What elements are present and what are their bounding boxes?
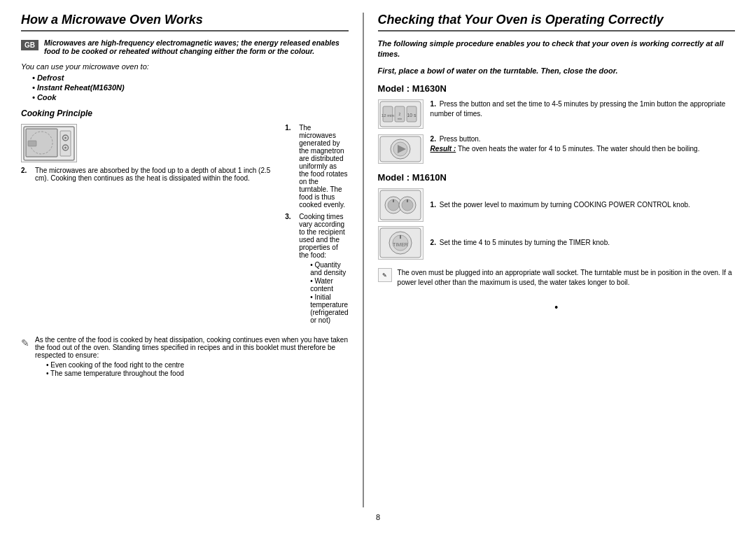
svg-text:12 min: 12 min xyxy=(382,113,394,118)
svg-rect-8 xyxy=(28,141,36,146)
two-column-layout: How a Microwave Oven Works GB Microwaves… xyxy=(21,13,735,507)
step-1-text: The microwaves generated by the magnetro… xyxy=(299,124,348,209)
right-section-title: Checking that Your Oven is Operating Cor… xyxy=(378,13,735,31)
svg-text:TIMER: TIMER xyxy=(393,242,408,247)
model-m1630n-title: Model : M1630N xyxy=(378,83,735,94)
subitem-1: Water content xyxy=(310,277,348,293)
note-subitem-1: The same temperature throughout the food xyxy=(46,370,349,377)
page-number: 8 xyxy=(21,513,735,521)
uses-title: You can use your microwave oven to: xyxy=(21,62,349,71)
m1610n-step2-image: TIMER xyxy=(378,226,424,260)
oven-image xyxy=(21,124,77,162)
step-3-inner: 3. Cooking times vary according to the r… xyxy=(285,213,348,325)
m1630n-step1-text: Press the button and set the time to 4-5… xyxy=(430,100,726,118)
step-2-text: The microwaves are absorbed by the food … xyxy=(35,167,278,182)
left-column: How a Microwave Oven Works GB Microwaves… xyxy=(21,13,364,507)
model-m1610n-title: Model : M1610N xyxy=(378,172,735,183)
m1610n-step1-text: Set the power level to maximum by turnin… xyxy=(440,201,690,209)
svg-point-7 xyxy=(64,146,66,148)
m1610n-step2-text: Set the time 4 to 5 minutes by turning t… xyxy=(440,239,610,246)
uses-item-defrost: Defrost xyxy=(32,73,349,82)
uses-item-reheat: Instant Reheat(M1630N) xyxy=(32,83,349,92)
svg-text:min: min xyxy=(398,117,402,120)
m1630n-step1-image: 12 min 2 min 10 s xyxy=(378,99,424,129)
note-text: As the centre of the food is cooked by h… xyxy=(35,336,348,359)
subitem-0: Quantity and density xyxy=(310,261,348,276)
step-3-text: Cooking times vary according to the reci… xyxy=(299,213,345,259)
m1630n-step1-content: 1. Press the button and set the time to … xyxy=(430,99,735,119)
m1610n-step1-image xyxy=(378,188,424,222)
step-2-row: 2. The microwaves are absorbed by the fo… xyxy=(21,167,278,182)
svg-point-5 xyxy=(64,136,66,139)
svg-text:10 s: 10 s xyxy=(407,113,416,118)
subitem-2: Initial temperature (refrigerated or not… xyxy=(310,293,348,324)
divider-dot: • xyxy=(378,302,735,313)
intro-text: Microwaves are high-frequency electromag… xyxy=(44,38,349,55)
model-m1610n-section: Model : M1610N xyxy=(378,172,735,260)
uses-list: Defrost Instant Reheat(M1630N) Cook xyxy=(21,73,349,101)
step-3-num: 3. xyxy=(285,213,295,325)
result-label: Result : xyxy=(430,145,456,153)
bottom-note-block: ✎ The oven must be plugged into an appro… xyxy=(378,268,735,288)
step-1-text-block: 1. The microwaves generated by the magne… xyxy=(285,124,348,325)
m1630n-step1-num: 1. xyxy=(430,100,436,108)
m1610n-step1-row: 1. Set the power level to maximum by tur… xyxy=(378,188,735,222)
note-subitem-0: Even cooking of the food right to the ce… xyxy=(46,361,349,369)
note-block: ✎ As the centre of the food is cooked by… xyxy=(21,336,349,378)
gb-badge: GB xyxy=(21,40,38,50)
bottom-note-text: The oven must be plugged into an appropr… xyxy=(398,268,735,288)
page: How a Microwave Oven Works GB Microwaves… xyxy=(0,0,756,534)
step-3-content: Cooking times vary according to the reci… xyxy=(299,213,348,325)
note-content: As the centre of the food is cooked by h… xyxy=(35,336,349,378)
m1610n-step1-content: 1. Set the power level to maximum by tur… xyxy=(430,200,735,210)
steps-with-image: 2. The microwaves are absorbed by the fo… xyxy=(21,124,349,330)
step-1-inner: 1. The microwaves generated by the magne… xyxy=(285,124,348,209)
start-button-svg xyxy=(379,136,421,162)
m1610n-step1-num: 1. xyxy=(430,201,436,209)
uses-item-cook: Cook xyxy=(32,93,349,101)
step-1-row: 2. The microwaves are absorbed by the fo… xyxy=(21,124,349,325)
m1630n-step2-row: 2. Press button. Result : The oven heats… xyxy=(378,134,735,164)
steps-list: 2. The microwaves are absorbed by the fo… xyxy=(21,124,349,325)
timer-buttons-svg: 12 min 2 min 10 s xyxy=(379,101,421,127)
step-1-num: 1. xyxy=(285,124,295,209)
left-section-title: How a Microwave Oven Works xyxy=(21,13,349,31)
m1630n-step2-text: Press button. xyxy=(440,135,481,143)
m1630n-step1-row: 12 min 2 min 10 s 1. Press the button an… xyxy=(378,99,735,129)
note-subitems: Even cooking of the food right to the ce… xyxy=(35,361,349,377)
right-intro: The following simple procedure enables y… xyxy=(378,38,735,60)
m1630n-step2-image xyxy=(378,134,424,164)
m1630n-step2-content: 2. Press button. Result : The oven heats… xyxy=(430,134,735,154)
note-icon: ✎ xyxy=(21,337,29,378)
step-3-subitems: Quantity and density Water content Initi… xyxy=(299,261,348,324)
bottom-note-icon: ✎ xyxy=(378,268,392,282)
power-knob-svg xyxy=(379,190,421,220)
cooking-principle-section: 2. The microwaves are absorbed by the fo… xyxy=(21,124,349,330)
m1610n-step2-num: 2. xyxy=(430,239,436,246)
timer-knob-svg: TIMER xyxy=(379,227,421,258)
step-2-num: 2. xyxy=(21,167,31,182)
oven-diagram xyxy=(22,125,76,162)
result-text: The oven heats the water for 4 to 5 minu… xyxy=(458,145,700,153)
right-column: Checking that Your Oven is Operating Cor… xyxy=(364,13,735,507)
gb-intro-block: GB Microwaves are high-frequency electro… xyxy=(21,38,349,55)
first-place-text: First, place a bowl of water on the turn… xyxy=(378,66,735,76)
m1610n-step2-row: TIMER 2. Set the time 4 to 5 minutes by … xyxy=(378,226,735,260)
m1630n-step2-num: 2. xyxy=(430,135,436,143)
model-m1630n-section: Model : M1630N 12 min 2 min 10 s xyxy=(378,83,735,164)
svg-text:2: 2 xyxy=(399,112,401,116)
m1610n-step2-content: 2. Set the time 4 to 5 minutes by turnin… xyxy=(430,238,735,248)
cooking-principle-title: Cooking Principle xyxy=(21,108,349,118)
oven-image-container: 2. The microwaves are absorbed by the fo… xyxy=(21,124,278,182)
